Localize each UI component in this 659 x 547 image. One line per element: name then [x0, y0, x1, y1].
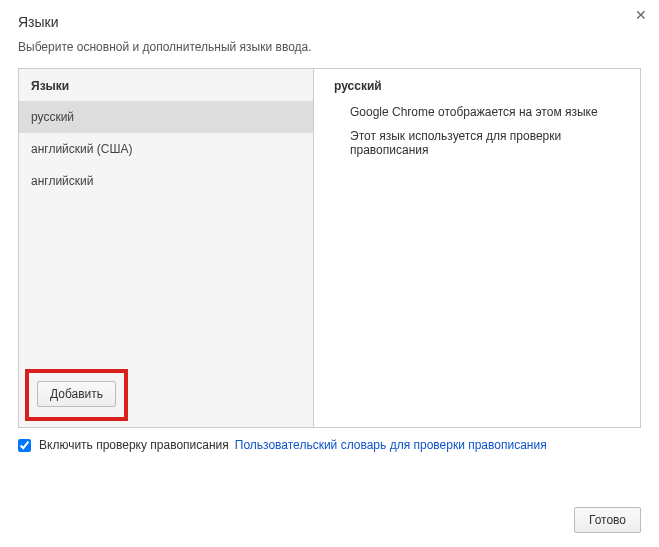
language-item[interactable]: английский (США)	[19, 133, 313, 165]
language-item[interactable]: русский	[19, 101, 313, 133]
spellcheck-language-info: Этот язык используется для проверки прав…	[314, 125, 640, 163]
done-row: Готово	[574, 507, 641, 533]
languages-list: русский английский (США) английский	[19, 101, 313, 363]
add-language-button[interactable]: Добавить	[37, 381, 116, 407]
spellcheck-footer: Включить проверку правописания Пользоват…	[18, 438, 641, 452]
add-button-highlight: Добавить	[25, 369, 128, 421]
selected-language-name: русский	[314, 69, 640, 101]
done-button[interactable]: Готово	[574, 507, 641, 533]
language-details-pane: русский Google Chrome отображается на эт…	[314, 69, 640, 427]
close-icon[interactable]: ✕	[635, 8, 647, 22]
languages-panel: Языки русский английский (США) английски…	[18, 68, 641, 428]
dialog-subtitle: Выберите основной и дополнительный языки…	[18, 40, 641, 54]
enable-spellcheck-checkbox[interactable]	[18, 439, 31, 452]
languages-list-header: Языки	[19, 69, 313, 101]
custom-dictionary-link[interactable]: Пользовательский словарь для проверки пр…	[235, 438, 547, 452]
enable-spellcheck-label: Включить проверку правописания	[39, 438, 229, 452]
display-language-info: Google Chrome отображается на этом языке	[314, 101, 640, 125]
language-item[interactable]: английский	[19, 165, 313, 197]
languages-list-pane: Языки русский английский (США) английски…	[19, 69, 314, 427]
dialog-title: Языки	[18, 14, 641, 30]
languages-dialog: ✕ Языки Выберите основной и дополнительн…	[0, 0, 659, 452]
